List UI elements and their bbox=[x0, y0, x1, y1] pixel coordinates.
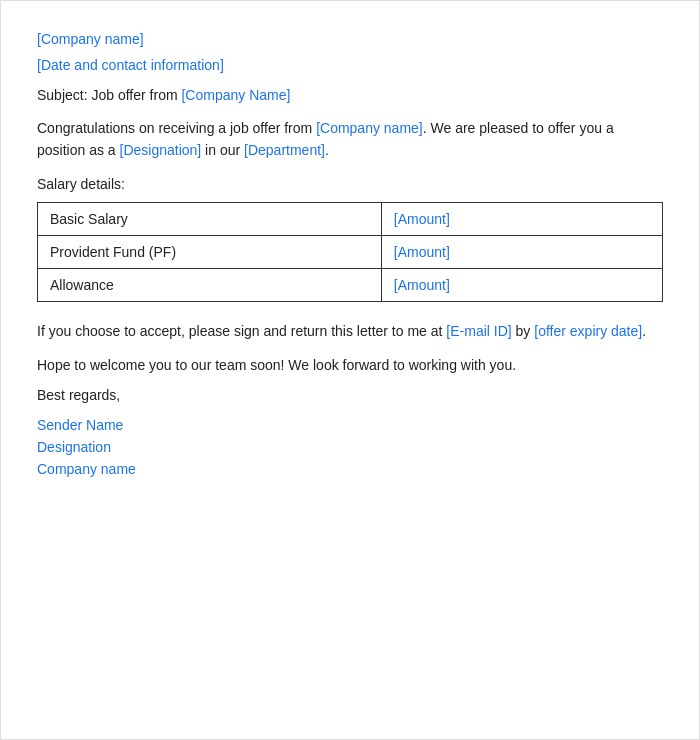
sign-part1: If you choose to accept, please sign and… bbox=[37, 323, 446, 339]
designation[interactable]: Designation bbox=[37, 439, 663, 455]
intro-part1: Congratulations on receiving a job offer… bbox=[37, 120, 316, 136]
salary-amount-cell[interactable]: [Amount] bbox=[381, 202, 662, 235]
table-row: Basic Salary[Amount] bbox=[38, 202, 663, 235]
intro-paragraph: Congratulations on receiving a job offer… bbox=[37, 117, 663, 162]
subject-line: Subject: Job offer from [Company Name] bbox=[37, 87, 663, 103]
subject-company-link[interactable]: [Company Name] bbox=[181, 87, 290, 103]
sign-block: If you choose to accept, please sign and… bbox=[37, 320, 663, 343]
intro-end: . bbox=[325, 142, 329, 158]
salary-label-cell: Provident Fund (PF) bbox=[38, 235, 382, 268]
intro-designation-link[interactable]: [Designation] bbox=[120, 142, 202, 158]
salary-amount-cell[interactable]: [Amount] bbox=[381, 268, 662, 301]
sign-part2: by bbox=[512, 323, 535, 339]
salary-table: Basic Salary[Amount]Provident Fund (PF)[… bbox=[37, 202, 663, 302]
sender-name[interactable]: Sender Name bbox=[37, 417, 663, 433]
company-name-footer[interactable]: Company name bbox=[37, 461, 663, 477]
subject-prefix: Subject: Job offer from bbox=[37, 87, 181, 103]
sign-date-link[interactable]: [offer expiry date] bbox=[534, 323, 642, 339]
company-name-header: [Company name] bbox=[37, 31, 663, 47]
intro-department-link[interactable]: [Department] bbox=[244, 142, 325, 158]
table-row: Provident Fund (PF)[Amount] bbox=[38, 235, 663, 268]
hope-block: Hope to welcome you to our team soon! We… bbox=[37, 357, 663, 373]
intro-company-link[interactable]: [Company name] bbox=[316, 120, 423, 136]
date-contact-link[interactable]: [Date and contact information] bbox=[37, 57, 224, 73]
regards-block: Best regards, bbox=[37, 387, 663, 403]
salary-label-cell: Allowance bbox=[38, 268, 382, 301]
salary-label-cell: Basic Salary bbox=[38, 202, 382, 235]
company-name-link[interactable]: [Company name] bbox=[37, 31, 144, 47]
sign-end: . bbox=[642, 323, 646, 339]
salary-label: Salary details: bbox=[37, 176, 663, 192]
date-contact-block: [Date and contact information] bbox=[37, 57, 663, 73]
page-container: [Company name] [Date and contact informa… bbox=[0, 0, 700, 740]
sign-email-link[interactable]: [E-mail ID] bbox=[446, 323, 511, 339]
salary-amount-cell[interactable]: [Amount] bbox=[381, 235, 662, 268]
intro-part3: in our bbox=[201, 142, 244, 158]
table-row: Allowance[Amount] bbox=[38, 268, 663, 301]
